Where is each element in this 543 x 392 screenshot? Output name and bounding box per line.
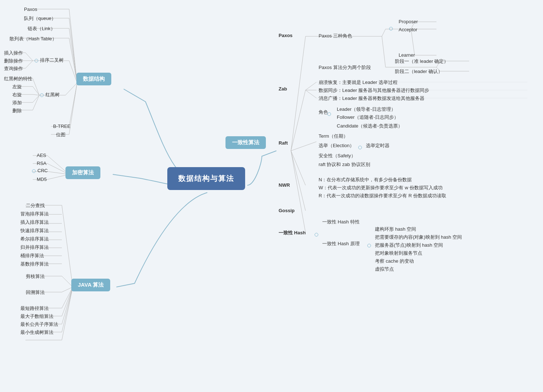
svg-line-0 — [69, 9, 77, 83]
leaf-btree: B-TREE — [51, 123, 73, 130]
svg-line-88 — [291, 151, 306, 233]
leaf-rbtree-feature: 红黑树的特性 — [2, 75, 35, 83]
svg-line-2 — [69, 18, 77, 83]
leaf-md5: MD5 — [35, 176, 49, 183]
svg-line-78 — [291, 90, 306, 151]
leaf-bubble-sort: 冒泡排序算法 — [18, 210, 51, 218]
center-node: 数据结构与算法 — [167, 167, 245, 190]
leaf-ch-p3: 把服务器(节点)映射到 hash 空间 — [373, 241, 445, 249]
leaf-query-op: 查询操作 — [2, 65, 25, 73]
leaf-election: 选举（Election） — [316, 142, 356, 150]
mindmap-container: 数据结构与算法 数据结构 Paxos 队列（queue） 链表（Link） 散列… — [0, 0, 543, 392]
leaf-ch-p5: 考察 cache 的变动 — [373, 257, 416, 265]
node-nwr: NWR — [276, 182, 292, 189]
svg-line-14 — [25, 61, 33, 68]
node-raft: Raft — [276, 140, 290, 146]
leaf-follower-role: Follower（追随者-日志同步） — [335, 113, 401, 121]
leaf-queue: 队列（queue） — [22, 15, 58, 23]
leaf-rsa: RSA — [35, 160, 49, 167]
svg-line-57 — [62, 287, 73, 324]
leaf-term: Term（任期） — [316, 132, 350, 140]
svg-line-65 — [382, 29, 386, 36]
svg-line-4 — [69, 28, 77, 83]
leaf-max-subarray: 最大子数组算法 — [18, 312, 56, 320]
svg-line-22 — [33, 94, 39, 95]
leaf-insert-sort: 插入排序算法 — [18, 218, 51, 226]
svg-line-6 — [69, 38, 77, 83]
category-consistency: 一致性算法 — [225, 136, 266, 149]
svg-line-59 — [62, 287, 73, 332]
svg-line-83 — [306, 90, 316, 98]
svg-line-85 — [291, 142, 316, 151]
node-rbtree: 红黑树 — [40, 92, 60, 98]
leaf-zab3: 消息广播：Leader 服务器将数据发送给其他服务器 — [316, 94, 427, 102]
leaf-election-timer: 选举定时器 — [364, 142, 392, 150]
leaf-right-rotate: 右旋 — [10, 91, 24, 99]
node-ch-principle-circle — [367, 242, 373, 248]
svg-line-24 — [33, 95, 39, 102]
leaf-zab1: 崩溃恢复：主要就是 Leader 选举过程 — [316, 78, 400, 86]
category-data-structure: 数据结构 — [76, 73, 111, 85]
svg-line-28 — [69, 83, 77, 126]
leaf-mst: 最小生成树算法 — [18, 328, 56, 336]
leaf-del: 删除 — [10, 107, 24, 115]
connections-svg — [0, 0, 543, 392]
leaf-prune: 剪枝算法 — [24, 272, 47, 280]
svg-line-79 — [306, 82, 316, 90]
leaf-add: 添加 — [10, 99, 24, 107]
node-election-circle — [358, 144, 364, 150]
leaf-nwr-n: N：在分布式存储系统中，有多少份备份数据 — [316, 176, 414, 184]
node-gossip: Gossip — [276, 207, 297, 214]
svg-line-10 — [25, 53, 33, 61]
leaf-nwr-r: R：代表一次成功的读数据操作要求至少有 R 份数据成功读取 — [316, 192, 448, 200]
leaf-ch-p1: 建构环形 hash 空间 — [373, 225, 418, 233]
leaf-binary-search: 二分查找 — [24, 202, 47, 210]
svg-line-63 — [291, 36, 306, 151]
leaf-quick-sort: 快速排序算法 — [18, 227, 51, 235]
leaf-link: 链表（Link） — [25, 25, 57, 33]
leaf-hash-table: 散列表（Hash Table） — [7, 35, 59, 43]
node-paxos-phases-label: Paxos 算法分为两个阶段 — [316, 64, 373, 72]
svg-line-55 — [62, 287, 73, 316]
svg-line-61 — [62, 287, 73, 340]
node-raft-role-circle — [327, 111, 333, 116]
leaf-delete-op: 删除操作 — [2, 57, 25, 65]
leaf-ch-p6: 虚拟节点 — [373, 265, 396, 273]
leaf-lcs: 最长公共子序算法 — [18, 320, 60, 328]
leaf-nwr-w: W：代表一次成功的更新操作要求至少有 w 份数据写入成功 — [316, 184, 445, 192]
svg-line-26 — [33, 95, 39, 110]
node-ch-circle — [315, 231, 320, 237]
leaf-zab2: 数据同步：Leader 服务器与其他服务器进行数据同步 — [316, 86, 431, 94]
node-consistent-hash: 一致性 Hash — [276, 229, 308, 237]
svg-line-8 — [69, 61, 77, 83]
leaf-shell-sort: 希尔排序算法 — [18, 235, 51, 243]
leaf-backtrack: 回溯算法 — [24, 288, 47, 296]
leaf-leader-role: Leader（领导者-日志管理） — [335, 105, 398, 113]
leaf-candidate-role: Candidate（候选者-负责选票） — [335, 122, 405, 130]
svg-line-86 — [291, 151, 306, 185]
category-encrypt: 加密算法 — [65, 166, 100, 179]
leaf-merge-sort: 归并排序算法 — [18, 243, 51, 251]
leaf-safety: 安全性（Safety） — [316, 152, 358, 160]
leaf-stack: Paxos — [22, 6, 39, 13]
leaf-ch-feature: 一致性 Hash 特性 — [320, 218, 362, 226]
leaf-crc: CRC — [32, 168, 48, 173]
leaf-ch-principle-label: 一致性 Hash 原理 — [320, 240, 362, 248]
svg-line-72 — [382, 36, 386, 67]
leaf-proposer: Proposer — [396, 18, 420, 25]
node-sort-btree: 排序二叉树 — [35, 57, 64, 64]
svg-line-20 — [33, 86, 39, 95]
svg-line-16 — [65, 83, 77, 95]
leaf-shortest-path: 最短路径算法 — [18, 304, 51, 312]
leaf-left-rotate: 左旋 — [10, 83, 24, 91]
leaf-insert-op: 插入操作 — [2, 49, 25, 57]
leaf-bucket-sort: 桶排序算法 — [18, 252, 46, 260]
category-java-algo: JAVA 算法 — [71, 279, 110, 291]
node-paxos: Paxos — [276, 32, 295, 39]
svg-line-40 — [62, 205, 73, 287]
leaf-ch-p4: 把对象映射到服务节点 — [373, 249, 424, 257]
leaf-raft-zab-diff: raft 协议和 zab 协议区别 — [316, 161, 372, 169]
leaf-aes: AES — [35, 152, 48, 159]
node-paxos-roles-circle — [389, 25, 395, 31]
svg-line-87 — [291, 151, 306, 211]
